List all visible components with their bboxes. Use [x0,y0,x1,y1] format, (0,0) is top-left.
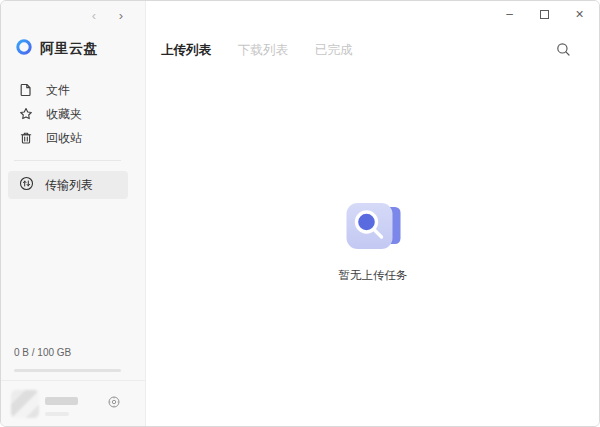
star-icon [19,107,33,121]
gear-icon [107,395,121,412]
history-nav: ‹ › [86,7,129,23]
close-button[interactable]: × [562,1,597,27]
sidebar-divider [14,160,121,161]
app-window: ‹ › 阿里云盘 [0,0,600,427]
transfer-tabs: 上传列表 下载列表 已完成 [161,42,353,59]
trash-icon [19,131,33,145]
sidebar-item-label: 传输列表 [45,177,93,194]
sidebar-item-label: 回收站 [46,130,82,147]
minimize-button[interactable]: – [492,1,527,27]
tab-download-list[interactable]: 下载列表 [238,42,288,59]
sidebar-item-favorites[interactable]: 收藏夹 [1,102,145,126]
window-controls: – × [492,1,597,27]
maximize-icon [540,10,549,19]
tab-completed[interactable]: 已完成 [315,42,353,59]
sidebar-item-label: 文件 [46,82,70,99]
sidebar-item-files[interactable]: 文件 [1,78,145,102]
back-arrow-icon[interactable]: ‹ [86,7,102,23]
avatar[interactable] [11,390,39,418]
empty-state: 暂无上传任务 [339,202,408,283]
user-subline-redacted [45,412,69,416]
app-title: 阿里云盘 [40,40,98,58]
maximize-button[interactable] [527,1,562,27]
file-icon [19,83,33,97]
sidebar-item-label: 收藏夹 [46,106,82,123]
search-button[interactable] [553,41,573,61]
storage-usage-text: 0 B / 100 GB [14,347,121,358]
app-logo-icon [15,38,33,60]
empty-state-message: 暂无上传任务 [339,268,408,283]
sidebar: ‹ › 阿里云盘 [1,1,146,426]
tab-upload-list[interactable]: 上传列表 [161,42,211,59]
sidebar-item-recycle-bin[interactable]: 回收站 [1,126,145,150]
close-icon: × [575,6,583,22]
brand: 阿里云盘 [15,38,98,60]
storage-progress-bar [14,369,121,372]
user-section [1,380,145,426]
user-name-redacted [45,397,78,405]
storage-quota: 0 B / 100 GB [14,347,121,372]
sidebar-item-transfer-list[interactable]: 传输列表 [8,171,128,199]
settings-button[interactable] [104,393,124,413]
forward-arrow-icon[interactable]: › [113,7,129,23]
sidebar-menu: 文件 收藏夹 回收 [1,78,145,150]
minimize-icon: – [506,7,513,21]
empty-illustration-magnifier-icon [344,238,402,255]
transfer-icon [19,176,34,194]
main-content: – × 上传列表 下载列表 已完成 [147,1,599,426]
search-icon [556,42,571,60]
